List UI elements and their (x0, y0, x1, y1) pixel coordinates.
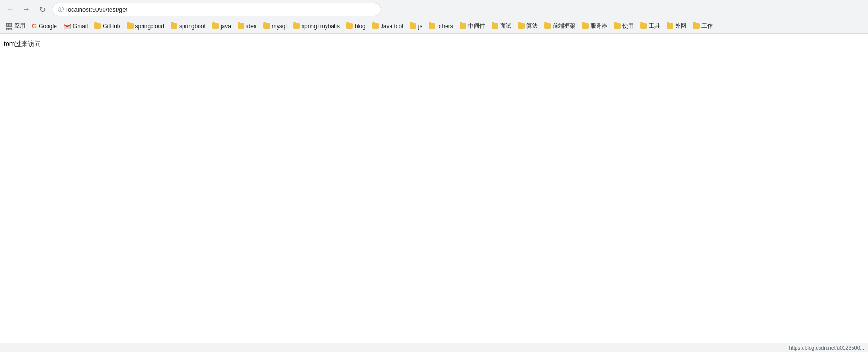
bookmark-others[interactable]: others (426, 22, 455, 31)
folder-icon (94, 23, 101, 29)
lock-icon: ⓘ (58, 6, 64, 14)
forward-button[interactable]: → (20, 3, 33, 16)
bookmark-frontend[interactable]: 前端框架 (542, 21, 578, 31)
browser-chrome: ← → ↻ ⓘ localhost:9090/test/get 应用 G Goo… (0, 0, 868, 34)
bookmark-use[interactable]: 使用 (611, 21, 637, 31)
folder-icon (410, 23, 416, 29)
folder-icon (238, 23, 244, 29)
bookmark-springcloud[interactable]: springcloud (124, 22, 167, 31)
folder-icon (492, 23, 498, 29)
svg-rect-0 (64, 24, 64, 29)
bookmark-work[interactable]: 工作 (690, 21, 716, 31)
bookmark-java[interactable]: java (209, 22, 234, 31)
bookmark-interview[interactable]: 面试 (489, 21, 514, 31)
bookmark-label: GitHub (103, 23, 120, 30)
bookmark-label: others (437, 23, 453, 30)
bookmark-external[interactable]: 外网 (664, 21, 689, 31)
bookmark-blog[interactable]: blog (343, 22, 368, 31)
bookmark-js[interactable]: js (407, 22, 425, 31)
bookmark-google[interactable]: G Google (29, 21, 60, 31)
bookmark-label: idea (246, 23, 257, 30)
svg-rect-1 (70, 24, 71, 29)
bookmark-label: 工作 (701, 22, 713, 30)
bookmark-algorithm[interactable]: 算法 (515, 21, 541, 31)
back-button[interactable]: ← (4, 3, 17, 16)
bookmark-java-tool[interactable]: Java tool (369, 22, 406, 31)
folder-icon (640, 23, 647, 29)
folder-icon (667, 23, 673, 29)
folder-icon (293, 23, 300, 29)
page-text: tom过来访问 (4, 40, 864, 48)
folder-icon (346, 23, 353, 29)
bookmark-label: Google (39, 23, 57, 30)
bookmark-label: 使用 (622, 22, 634, 30)
bookmark-mysql[interactable]: mysql (261, 22, 289, 31)
folder-icon (372, 23, 379, 29)
bookmark-label: springboot (179, 23, 206, 30)
apps-bookmark[interactable]: 应用 (3, 21, 28, 31)
bookmarks-bar: 应用 G Google Gmail GitHub springcloud (0, 19, 868, 34)
bookmark-label: java (221, 23, 231, 30)
bookmark-github[interactable]: GitHub (91, 22, 123, 31)
bookmark-middleware[interactable]: 中间件 (457, 21, 488, 31)
folder-icon (614, 23, 621, 29)
bookmark-label: 中间件 (468, 22, 485, 30)
folder-icon (212, 23, 219, 29)
url-text: localhost:9090/test/get (66, 6, 127, 13)
folder-icon (544, 23, 551, 29)
bookmark-label: Gmail (73, 23, 88, 30)
folder-icon (171, 23, 177, 29)
bookmark-spring-mybatis[interactable]: spring+mybatis (290, 22, 342, 31)
address-box[interactable]: ⓘ localhost:9090/test/get (52, 3, 381, 16)
bookmark-label: 外网 (675, 22, 686, 30)
bookmark-tools[interactable]: 工具 (637, 21, 663, 31)
bookmark-label: 算法 (526, 22, 538, 30)
apps-label: 应用 (14, 22, 25, 30)
folder-icon (429, 23, 435, 29)
bookmark-label: blog (355, 23, 366, 30)
page-content: tom过来访问 (0, 34, 868, 54)
apps-grid-icon (6, 23, 12, 30)
bookmark-label: mysql (272, 23, 287, 30)
reload-button[interactable]: ↻ (36, 3, 49, 16)
bookmark-springboot[interactable]: springboot (168, 22, 208, 31)
bookmark-label: spring+mybatis (302, 23, 340, 30)
bookmark-label: Java tool (381, 23, 403, 30)
folder-icon (460, 23, 466, 29)
folder-icon (263, 23, 270, 29)
folder-icon (518, 23, 525, 29)
bookmark-server[interactable]: 服务器 (579, 21, 610, 31)
bookmark-label: js (418, 23, 422, 30)
google-icon: G (32, 23, 37, 30)
address-bar-row: ← → ↻ ⓘ localhost:9090/test/get (0, 0, 868, 19)
folder-icon (693, 23, 700, 29)
bookmark-label: 面试 (500, 22, 511, 30)
bookmark-gmail[interactable]: Gmail (61, 22, 90, 31)
bookmark-label: 服务器 (590, 22, 607, 30)
bookmark-label: 工具 (649, 22, 660, 30)
bookmark-label: springcloud (135, 23, 164, 30)
folder-icon (582, 23, 589, 29)
bookmark-label: 前端框架 (553, 22, 575, 30)
gmail-icon (64, 23, 71, 29)
bookmark-idea[interactable]: idea (235, 22, 260, 31)
folder-icon (127, 23, 134, 29)
